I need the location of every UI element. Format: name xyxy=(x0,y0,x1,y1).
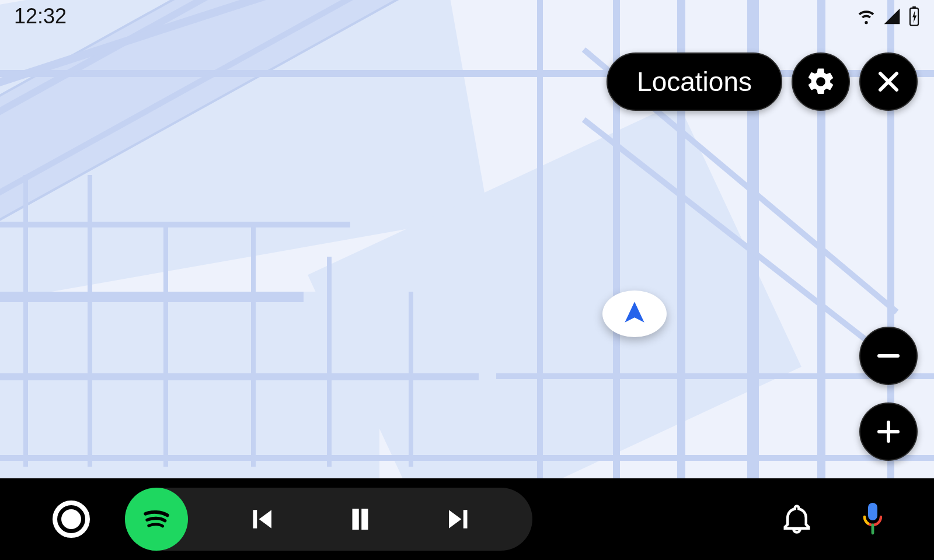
map-road xyxy=(537,0,543,560)
skip-previous-icon xyxy=(245,503,277,535)
notifications-icon xyxy=(781,503,813,535)
media-controls xyxy=(125,488,532,551)
svg-rect-2 xyxy=(868,503,877,520)
status-icons xyxy=(857,6,920,26)
locations-label: Locations xyxy=(637,66,752,97)
zoom-controls xyxy=(859,327,918,461)
gear-icon xyxy=(805,66,837,97)
close-icon xyxy=(874,68,902,96)
map-road xyxy=(163,222,168,467)
skip-next-icon xyxy=(444,503,475,535)
battery-charging-icon xyxy=(908,6,920,26)
spotify-icon xyxy=(138,501,175,538)
map-road xyxy=(251,222,256,467)
voice-assistant-button[interactable] xyxy=(846,502,899,537)
settings-button[interactable] xyxy=(792,52,850,111)
zoom-in-button[interactable] xyxy=(859,402,918,461)
pause-icon xyxy=(344,503,376,535)
screen: 12:32 Locations xyxy=(0,0,934,560)
plus-icon xyxy=(874,418,902,446)
clock: 12:32 xyxy=(14,4,67,29)
map-road xyxy=(0,455,934,461)
bottom-nav-bar xyxy=(0,478,934,560)
pause-button[interactable] xyxy=(322,503,398,535)
map-road xyxy=(88,175,92,467)
map-road xyxy=(0,222,350,228)
wifi-icon xyxy=(857,7,876,26)
status-bar: 12:32 xyxy=(0,0,934,33)
map-road xyxy=(0,373,479,380)
next-track-button[interactable] xyxy=(421,503,497,535)
top-controls: Locations xyxy=(607,52,918,111)
minus-icon xyxy=(874,342,902,370)
map-road xyxy=(23,175,28,467)
previous-track-button[interactable] xyxy=(223,503,299,535)
zoom-out-button[interactable] xyxy=(859,327,918,385)
map-road xyxy=(409,292,413,467)
cell-signal-icon xyxy=(883,7,901,26)
close-button[interactable] xyxy=(859,52,918,111)
map-road xyxy=(327,257,332,467)
svg-rect-1 xyxy=(912,6,916,8)
voice-assistant-icon xyxy=(858,502,887,537)
locations-button[interactable]: Locations xyxy=(607,52,782,111)
app-launcher-button[interactable] xyxy=(53,501,90,538)
notifications-button[interactable] xyxy=(771,503,823,535)
launcher-icon xyxy=(61,509,81,529)
navigation-arrow-icon xyxy=(620,298,649,327)
spotify-app-button[interactable] xyxy=(125,488,188,551)
current-location-marker[interactable] xyxy=(602,290,667,337)
map-road xyxy=(0,292,304,302)
